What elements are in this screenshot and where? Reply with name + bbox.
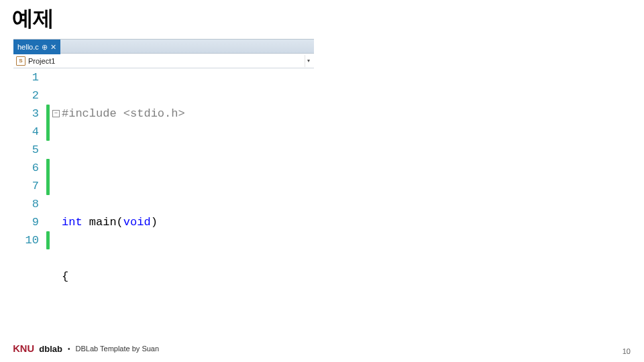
- knu-logo: KNU: [13, 343, 34, 354]
- code-editor-screenshot: hello.c ⊕ ✕ S Project1 ▾ 1 2 3 4 5 6 7 8…: [13, 39, 314, 362]
- line-number: 3: [13, 105, 39, 123]
- file-tab[interactable]: hello.c ⊕ ✕: [13, 40, 60, 54]
- line-number: 8: [13, 195, 39, 213]
- footer-bullet: •: [68, 345, 70, 353]
- line-number: 10: [13, 231, 39, 249]
- change-marker: [46, 105, 50, 141]
- line-number: 9: [13, 213, 39, 231]
- close-icon[interactable]: ✕: [50, 43, 56, 52]
- line-number: 7: [13, 177, 39, 195]
- change-marker: [46, 159, 50, 195]
- page-number: 10: [623, 347, 631, 355]
- line-number: 6: [13, 159, 39, 177]
- change-marker-gutter: [46, 68, 52, 362]
- line-number: 1: [13, 68, 39, 86]
- fold-gutter: −: [52, 68, 62, 362]
- code-line: {: [62, 267, 314, 286]
- code-area: 1 2 3 4 5 6 7 8 9 10 − #include <stdio.h…: [13, 68, 314, 362]
- footer-logo: KNU dblab: [13, 343, 62, 354]
- page-title: 예제: [12, 4, 54, 34]
- slide-footer: KNU dblab • DBLab Template by Suan 10: [13, 343, 631, 354]
- code-line: int main(void): [62, 213, 314, 231]
- pin-icon[interactable]: ⊕: [42, 43, 48, 52]
- code-line: [62, 159, 314, 177]
- project-icon: S: [16, 56, 25, 66]
- dblab-logo: dblab: [39, 344, 62, 354]
- change-marker: [46, 231, 50, 249]
- code-text[interactable]: #include <stdio.h> int main(void) { prin…: [62, 68, 314, 362]
- line-number-gutter: 1 2 3 4 5 6 7 8 9 10: [13, 68, 46, 362]
- code-line: #include <stdio.h>: [62, 105, 314, 123]
- file-tab-label: hello.c: [17, 43, 39, 51]
- code-line: [62, 322, 314, 340]
- line-number: 4: [13, 123, 39, 141]
- project-dropdown-label[interactable]: Project1: [28, 57, 302, 65]
- line-number: 5: [13, 141, 39, 159]
- project-dropdown-bar: S Project1 ▾: [13, 54, 314, 68]
- slide: 예제 hello.c ⊕ ✕ S Project1 ▾ 1 2 3 4 5 6 …: [0, 0, 644, 362]
- editor-tabbar: hello.c ⊕ ✕: [13, 39, 314, 54]
- chevron-down-icon[interactable]: ▾: [305, 55, 311, 67]
- fold-toggle-icon[interactable]: −: [52, 110, 60, 117]
- line-number: 2: [13, 86, 39, 105]
- footer-credit: DBLab Template by Suan: [76, 345, 160, 353]
